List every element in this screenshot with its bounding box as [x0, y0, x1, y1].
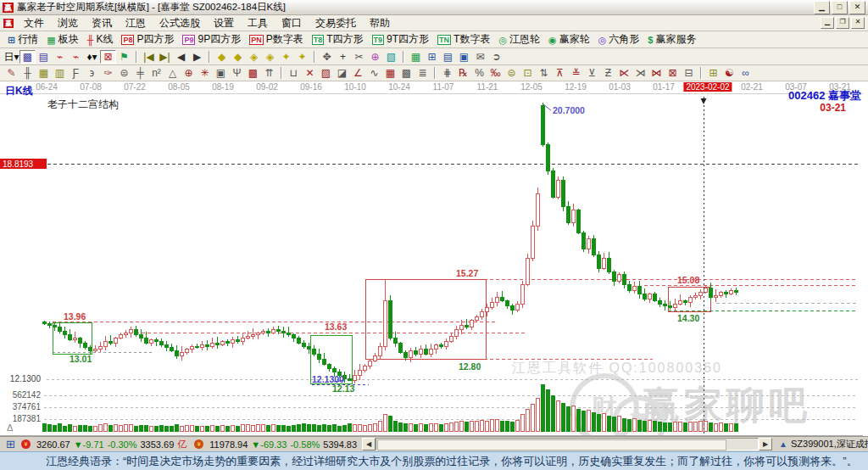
- candlestick-chart[interactable]: 18.819320.700013.9613.0113.6312.130012.1…: [0, 81, 863, 436]
- menu-item-4[interactable]: 江恩: [119, 15, 153, 31]
- scroll-right-arrow[interactable]: ▶: [759, 438, 772, 450]
- calendar-icon[interactable]: ▦: [408, 50, 424, 64]
- gann-wheel-tool-icon[interactable]: ⊕: [181, 66, 197, 80]
- angle-tool-icon[interactable]: ∠: [350, 66, 366, 80]
- star-burst-tool-icon[interactable]: ✳: [197, 66, 213, 80]
- first-bar-button[interactable]: |◀: [141, 50, 157, 64]
- box-tool-icon[interactable]: ▣: [213, 66, 229, 80]
- menu-item-10[interactable]: 帮助: [363, 15, 397, 31]
- zoom-diamond-1[interactable]: ◆: [214, 50, 230, 64]
- cross-tool-icon[interactable]: ✕: [302, 66, 318, 80]
- half-box-tool-icon[interactable]: ◪: [334, 66, 350, 80]
- circle-tool-icon[interactable]: ⊜: [116, 66, 132, 80]
- zoom-diamond-3[interactable]: ◈: [246, 50, 262, 64]
- wave-tool-icon[interactable]: ∿: [366, 66, 382, 80]
- ruler-grid-tool-icon[interactable]: ╪: [132, 66, 148, 80]
- gann-box-tool-icon[interactable]: ▥: [52, 66, 68, 80]
- index-selector[interactable]: ▲ SZ399001,深证成指: [779, 438, 868, 450]
- crosshair-icon[interactable]: +: [335, 50, 351, 64]
- market-grid-icon[interactable]: ⊞: [6, 438, 15, 450]
- arrows-tool-icon[interactable]: ⇈: [261, 66, 277, 80]
- sh-index-group[interactable]: ¥ 3260.67 ▼-9.71 -0.30% 3353.69亿: [19, 438, 186, 450]
- trend-line2-icon[interactable]: ⌁: [68, 50, 84, 64]
- feature-button-11[interactable]: ◉赢家轮: [544, 32, 594, 48]
- zoom-diamond-6[interactable]: ✦: [294, 50, 310, 64]
- date-axis-highlight[interactable]: 2023-02-02: [683, 82, 732, 92]
- grid-line-tool-icon[interactable]: ╫: [19, 66, 36, 80]
- period-selector[interactable]: 日▾: [3, 50, 19, 64]
- period-label[interactable]: 日K线: [5, 84, 33, 98]
- feature-button-4[interactable]: P8P四方形: [117, 32, 178, 48]
- feature-button-3[interactable]: ╫K线: [83, 32, 118, 48]
- ltimes-tool-icon[interactable]: ⋉: [616, 66, 632, 80]
- fib-tool-icon[interactable]: Ƒ: [68, 66, 84, 80]
- bowtie-tool-icon[interactable]: ⋈: [648, 66, 665, 80]
- compare-icon[interactable]: ⊕: [367, 50, 383, 64]
- zoom-diamond-5[interactable]: ✦: [278, 50, 294, 64]
- maximize-button[interactable]: □: [832, 1, 848, 14]
- pencil-tool-icon[interactable]: ✎: [3, 66, 19, 80]
- flag-icon[interactable]: ⚑: [116, 50, 132, 64]
- boxed-x-tool-icon[interactable]: ⊠: [665, 66, 681, 80]
- feature-button-5[interactable]: P99P四方形: [178, 32, 245, 48]
- mdi-close-button[interactable]: ✕: [851, 17, 865, 29]
- menu-item-7[interactable]: 工具: [241, 15, 275, 31]
- menu-item-2[interactable]: 浏览: [51, 15, 85, 31]
- gold-box-tool-icon[interactable]: ⊡: [520, 66, 536, 80]
- grid-4-tool-icon[interactable]: ▩: [398, 66, 415, 80]
- indicator-dropdown[interactable]: ♦▾: [84, 50, 100, 64]
- rx-tool-icon[interactable]: ℞: [455, 66, 471, 80]
- minimize-button[interactable]: ▁: [814, 1, 830, 14]
- infinity-tool-icon[interactable]: ∞: [737, 66, 754, 80]
- send-icon[interactable]: ➲: [488, 50, 504, 64]
- calculator-icon[interactable]: ⊞: [424, 50, 440, 64]
- next-bar-button[interactable]: ▶: [189, 50, 205, 64]
- pattern-icon[interactable]: ▧: [383, 50, 399, 64]
- horizontal-scrollbar[interactable]: ◀ ▶: [362, 438, 772, 450]
- nand-tool-icon[interactable]: ⊼: [552, 66, 568, 80]
- kline-style-icon[interactable]: ⊠: [100, 50, 116, 64]
- info-panel-icon[interactable]: ▤: [36, 50, 52, 64]
- rtimes-tool-icon[interactable]: ⋊: [632, 66, 648, 80]
- feature-button-7[interactable]: T8T四方形: [308, 32, 368, 48]
- matrix-tool-icon[interactable]: ▩: [245, 66, 261, 80]
- pan-hand-icon[interactable]: ✥: [319, 50, 335, 64]
- trend-line-icon[interactable]: ⌁: [52, 50, 68, 64]
- feature-button-8[interactable]: T99T四方形: [368, 32, 434, 48]
- feature-button-12[interactable]: ◎六角形: [594, 32, 644, 48]
- grid-window-tool-icon[interactable]: ⊞: [705, 66, 721, 80]
- permille-tool-icon[interactable]: ‰: [487, 66, 504, 80]
- save-icon[interactable]: ▣: [456, 50, 472, 64]
- level-tool-icon[interactable]: ≚: [568, 66, 584, 80]
- zoom-diamond-4[interactable]: ◈: [262, 50, 278, 64]
- scroll-left-arrow[interactable]: ◀: [362, 438, 376, 450]
- feature-button-13[interactable]: $赢家服务: [643, 32, 700, 48]
- feature-button-10[interactable]: ◎江恩轮: [494, 32, 544, 48]
- updown-tool-icon[interactable]: ⇅: [536, 66, 552, 80]
- zigzag-tool-icon[interactable]: Ƶ: [600, 66, 616, 80]
- gold-circle-tool-icon[interactable]: ⊜: [504, 66, 520, 80]
- xor-tool-icon[interactable]: ⊻: [584, 66, 600, 80]
- channel-tool-icon[interactable]: ⊔: [286, 66, 302, 80]
- scroll-track[interactable]: [376, 438, 759, 450]
- mdi-child-icon[interactable]: 赢: [3, 19, 14, 28]
- square-number-tool-icon[interactable]: n²: [148, 66, 164, 80]
- fork-tool-icon[interactable]: Ψ: [229, 66, 245, 80]
- yinyang-tool-icon[interactable]: ☯: [721, 66, 737, 80]
- zoom-diamond-2[interactable]: ◆: [230, 50, 246, 64]
- sz-index-group[interactable]: ¥ 11978.94 ▼-69.33 -0.58% 5394.83: [192, 439, 357, 450]
- grid-3-tool-icon[interactable]: ▦: [382, 66, 398, 80]
- mdi-minimize-button[interactable]: ▁: [821, 17, 834, 29]
- menu-item-9[interactable]: 交易委托: [309, 15, 363, 31]
- feature-button-6[interactable]: PNP数字表: [245, 32, 308, 48]
- hatch-tool-icon[interactable]: ▨: [318, 66, 334, 80]
- menu-item-1[interactable]: 文件: [17, 15, 51, 31]
- menu-item-8[interactable]: 窗口: [275, 15, 309, 31]
- spiral-tool-icon[interactable]: ϶: [84, 66, 100, 80]
- close-button[interactable]: ✕: [849, 1, 865, 14]
- feature-button-2[interactable]: ▦板块: [42, 32, 82, 48]
- chart-area[interactable]: 江恩工具软件 QQ:100800360 赢家聊吧 财 赢 18.819320.7…: [0, 81, 868, 436]
- menu-item-3[interactable]: 资讯: [85, 15, 119, 31]
- feature-button-9[interactable]: TNT数字表: [433, 32, 494, 48]
- hash-tool-icon[interactable]: ⋕: [439, 66, 455, 80]
